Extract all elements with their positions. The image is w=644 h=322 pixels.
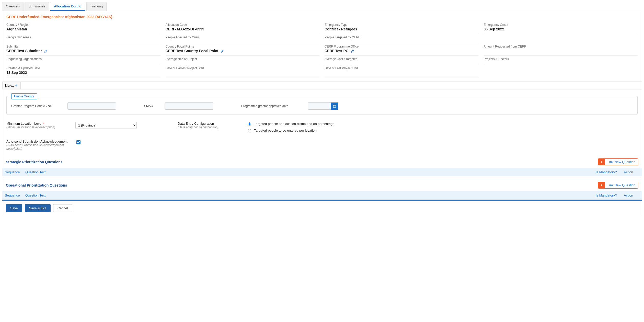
field-people-affected: People Affected by Crisis bbox=[166, 34, 320, 43]
label-auto-send: Auto-send Submission Acknowledgement bbox=[6, 140, 70, 143]
more-button[interactable]: More.. bbox=[2, 82, 21, 89]
table-header-operational: Sequence Question Text Is Mandatory? Act… bbox=[2, 191, 642, 200]
col-action: Action bbox=[621, 168, 642, 176]
value-country-focal: CERF Test Country Focal Point bbox=[166, 49, 320, 53]
plus-icon: + bbox=[598, 159, 605, 165]
value-allocation-code: CERF-AFG-22-UF-0939 bbox=[166, 27, 320, 31]
umoja-grantor-fieldset: Umoja Grantor Grantor Program Code (GP)#… bbox=[6, 96, 638, 114]
radio-label-per-location: Targeted people to be entered per locati… bbox=[254, 129, 316, 132]
col-mandatory: Is Mandatory? bbox=[593, 168, 621, 176]
input-sma[interactable] bbox=[165, 102, 213, 110]
edit-submitter-icon[interactable] bbox=[44, 49, 48, 53]
section-title-operational: Operational Prioritization Questions bbox=[6, 183, 67, 187]
date-input-wrap bbox=[308, 102, 338, 110]
country-focal-text: CERF Test Country Focal Point bbox=[166, 49, 218, 53]
label-projects-sectors: Projects & Sectors bbox=[484, 57, 638, 61]
field-emergency-onset: Emergency Onset 06 Sep 2022 bbox=[484, 21, 638, 34]
radio-percentage[interactable]: Targeted people per location distributed… bbox=[247, 122, 334, 126]
auto-send-label-block: Auto-send Submission Acknowledgement (Au… bbox=[6, 140, 70, 151]
field-allocation-code: Allocation Code CERF-AFG-22-UF-0939 bbox=[166, 21, 320, 34]
field-avg-cost: Average Cost / Targeted bbox=[325, 56, 479, 65]
data-entry-label-block: Data Entry Configuration (Data entry con… bbox=[178, 122, 241, 135]
edit-country-focal-icon[interactable] bbox=[220, 49, 224, 53]
label-avg-size: Average size of Project bbox=[166, 57, 320, 61]
input-approved-date[interactable] bbox=[308, 102, 331, 110]
content-panel: CERF Underfunded Emergencies: Afghanista… bbox=[2, 11, 642, 216]
field-last-end: Date of Last Project End bbox=[325, 65, 479, 77]
field-people-targeted: People Targeted by CERF bbox=[325, 34, 479, 43]
section-header-operational: Operational Prioritization Questions + L… bbox=[2, 179, 642, 191]
calendar-button[interactable] bbox=[331, 102, 338, 110]
label-emergency-type: Emergency Type bbox=[325, 23, 479, 27]
tab-tracking[interactable]: Tracking bbox=[86, 2, 107, 11]
field-amount-requested: Amount Requested from CERF bbox=[484, 43, 638, 56]
calendar-icon bbox=[333, 104, 336, 108]
radio-input-per-location[interactable] bbox=[248, 129, 251, 132]
field-country-focal: Country Focal Points CERF Test Country F… bbox=[166, 43, 320, 56]
more-label: More.. bbox=[5, 84, 14, 87]
label-country-focal: Country Focal Points bbox=[166, 45, 320, 48]
link-question-button-operational[interactable]: + Link New Question bbox=[598, 182, 638, 189]
col-action: Action bbox=[621, 191, 642, 199]
radio-label-percentage: Targeted people per location distributed… bbox=[254, 122, 334, 126]
label-requesting-orgs: Requesting Organizations bbox=[6, 57, 160, 61]
section-header-strategic: Strategic Prioritization Questions + Lin… bbox=[2, 156, 642, 168]
field-country-region: Country / Region Afghanistan bbox=[6, 21, 160, 34]
field-avg-size: Average size of Project bbox=[166, 56, 320, 65]
field-empty bbox=[484, 34, 638, 43]
info-grid: Country / Region Afghanistan Allocation … bbox=[2, 21, 642, 77]
edit-programme-officer-icon[interactable] bbox=[351, 49, 354, 53]
config-row-2: Auto-send Submission Acknowledgement (Au… bbox=[2, 135, 642, 151]
input-gp-code[interactable] bbox=[67, 102, 116, 110]
label-submitter: Submitter bbox=[6, 45, 160, 48]
col-mandatory: Is Mandatory? bbox=[593, 191, 621, 199]
label-gp-code: Grantor Program Code (GP)# bbox=[11, 104, 62, 108]
label-created-updated: Created & Updated Date bbox=[6, 66, 160, 70]
link-question-label: Link New Question bbox=[605, 159, 638, 165]
value-country-region: Afghanistan bbox=[6, 27, 160, 31]
min-location-label-block: Minimum Location Level * (Minimum locati… bbox=[6, 122, 70, 135]
umoja-form-row: Grantor Program Code (GP)# SMA # Program… bbox=[11, 102, 633, 110]
plus-icon: + bbox=[598, 182, 605, 188]
desc-auto-send: (Auto-send Submission Acknowledgement de… bbox=[6, 143, 70, 151]
save-exit-button[interactable]: Save & Exit bbox=[25, 204, 51, 212]
col-sequence: Sequence bbox=[2, 191, 23, 199]
label-approved-date: Programme grantor approved date bbox=[241, 104, 303, 108]
value-emergency-onset: 06 Sep 2022 bbox=[484, 27, 638, 31]
action-bar: Save Save & Exit Cancel bbox=[2, 200, 642, 216]
label-earliest-start: Date of Earliest Project Start bbox=[166, 66, 320, 70]
save-button[interactable]: Save bbox=[6, 204, 22, 212]
desc-data-entry: (Data entry config description) bbox=[178, 125, 241, 129]
data-entry-radio-group: Targeted people per location distributed… bbox=[247, 122, 334, 135]
label-avg-cost: Average Cost / Targeted bbox=[325, 57, 479, 61]
value-submitter: CERF Test Submitter bbox=[6, 49, 160, 53]
label-amount-requested: Amount Requested from CERF bbox=[484, 45, 638, 48]
field-created-updated: Created & Updated Date 13 Sep 2022 bbox=[6, 65, 160, 77]
more-row: More.. bbox=[2, 82, 642, 89]
min-location-select-wrap: 1 (Province) bbox=[75, 122, 172, 135]
checkbox-auto-send[interactable] bbox=[76, 140, 80, 144]
link-question-label: Link New Question bbox=[605, 182, 638, 188]
table-header-strategic: Sequence Question Text Is Mandatory? Act… bbox=[2, 168, 642, 176]
tab-summaries[interactable]: Summaries bbox=[25, 2, 49, 11]
tab-allocation-config[interactable]: Allocation Config bbox=[50, 2, 85, 11]
field-earliest-start: Date of Earliest Project Start bbox=[166, 65, 320, 77]
label-data-entry: Data Entry Configuration bbox=[178, 122, 241, 125]
select-min-location[interactable]: 1 (Province) bbox=[75, 122, 137, 129]
cancel-button[interactable]: Cancel bbox=[53, 204, 72, 212]
field-geographic-areas: Geographic Areas bbox=[6, 34, 160, 43]
radio-per-location[interactable]: Targeted people to be entered per locati… bbox=[247, 128, 334, 132]
programme-officer-text: CERF Test PO bbox=[325, 49, 349, 53]
value-emergency-type: Conflict - Refugees bbox=[325, 27, 479, 31]
field-projects-sectors: Projects & Sectors bbox=[484, 56, 638, 65]
tab-overview[interactable]: Overview bbox=[2, 2, 24, 11]
col-sequence: Sequence bbox=[2, 168, 23, 176]
tabs-bar: Overview Summaries Allocation Config Tra… bbox=[0, 0, 644, 11]
value-programme-officer: CERF Test PO bbox=[325, 49, 479, 53]
label-people-affected: People Affected by Crisis bbox=[166, 36, 320, 39]
radio-input-percentage[interactable] bbox=[248, 122, 251, 126]
label-sma: SMA # bbox=[144, 104, 159, 108]
col-question-text: Question Text bbox=[23, 168, 593, 176]
link-question-button-strategic[interactable]: + Link New Question bbox=[598, 158, 638, 165]
umoja-grantor-tab[interactable]: Umoja Grantor bbox=[11, 93, 37, 99]
